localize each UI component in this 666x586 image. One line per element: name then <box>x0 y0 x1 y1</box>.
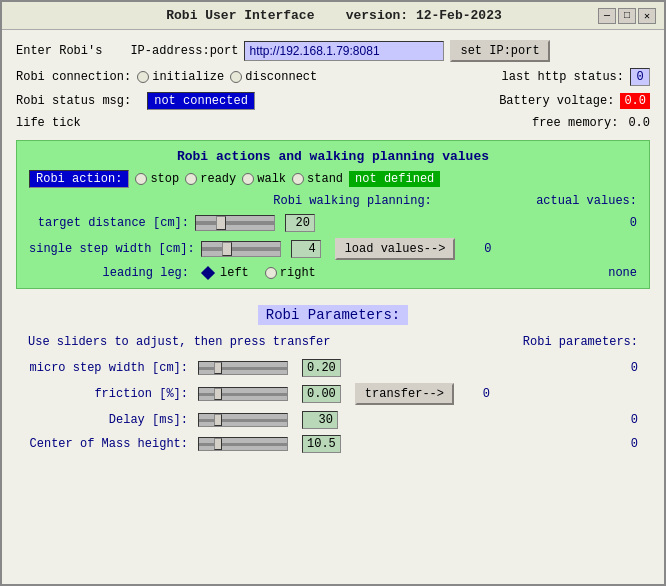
friction-actual: 0 <box>460 387 490 401</box>
delay-slider[interactable] <box>198 413 288 427</box>
com-row: Center of Mass height: 10.5 0 <box>28 435 638 453</box>
micro-step-label: micro step width [cm]: <box>28 361 188 375</box>
ready-radio[interactable]: ready <box>185 172 236 186</box>
main-content: Enter Robi's IP-address:port set IP:port… <box>2 30 664 584</box>
initialize-radio[interactable]: initialize <box>137 70 224 84</box>
battery-value: 0.0 <box>620 93 650 109</box>
com-value: 10.5 <box>302 435 341 453</box>
leading-leg-label: leading leg: <box>29 266 189 280</box>
delay-actual: 0 <box>608 413 638 427</box>
disconnect-radio[interactable]: disconnect <box>230 70 317 84</box>
step-width-label: single step width [cm]: <box>29 242 195 256</box>
target-dist-value: 20 <box>285 214 315 232</box>
micro-step-slider[interactable] <box>198 361 288 375</box>
target-dist-actual: 0 <box>607 216 637 230</box>
window-title: Robi User Interface version: 12-Feb-2023 <box>70 8 598 23</box>
set-ip-button[interactable]: set IP:port <box>450 40 549 62</box>
connection-row: Robi connection: initialize disconnect l… <box>16 68 650 86</box>
com-actual: 0 <box>608 437 638 451</box>
target-dist-label: target distance [cm]: <box>29 216 189 230</box>
battery-label: Battery voltage: <box>499 94 614 108</box>
micro-step-actual: 0 <box>608 361 638 375</box>
friction-slider[interactable] <box>198 387 288 401</box>
transfer-button[interactable]: transfer--> <box>355 383 454 405</box>
step-width-value: 4 <box>291 240 321 258</box>
robi-params-label: Robi parameters: <box>523 335 638 349</box>
friction-row: friction [%]: 0.00 transfer--> 0 <box>28 383 638 405</box>
robi-action-label: Robi action: <box>29 170 129 188</box>
delay-value: 30 <box>302 411 338 429</box>
target-distance-row: target distance [cm]: 20 0 <box>29 214 637 232</box>
params-title-container: Robi Parameters: <box>28 305 638 325</box>
stop-radio[interactable]: stop <box>135 172 179 186</box>
params-title: Robi Parameters: <box>258 305 408 325</box>
ip-input[interactable] <box>244 41 444 61</box>
not-defined-value: not defined <box>349 171 440 187</box>
planning-label: Robi walking planning: <box>175 194 530 208</box>
life-tick-label: life tick <box>16 116 81 130</box>
actions-section: Robi actions and walking planning values… <box>16 140 650 289</box>
ip-row: Enter Robi's IP-address:port set IP:port <box>16 40 650 62</box>
leading-leg-row: leading leg: left right none <box>29 266 637 280</box>
http-status-label: last http status: <box>502 70 624 84</box>
connection-label: Robi connection: <box>16 70 131 84</box>
delay-row: Delay [ms]: 30 0 <box>28 411 638 429</box>
minimize-button[interactable]: — <box>598 8 616 24</box>
left-radio[interactable]: left <box>203 266 249 280</box>
ip-label: Enter Robi's <box>16 44 102 58</box>
life-tick-row: life tick free memory: 0.0 <box>16 116 650 130</box>
main-window: Robi User Interface version: 12-Feb-2023… <box>0 0 666 586</box>
step-width-actual: 0 <box>461 242 491 256</box>
step-width-slider[interactable] <box>201 241 281 257</box>
status-label: Robi status msg: <box>16 94 131 108</box>
friction-value: 0.00 <box>302 385 341 403</box>
load-values-button[interactable]: load values--> <box>335 238 456 260</box>
params-header: Use sliders to adjust, then press transf… <box>28 335 638 349</box>
params-instruction: Use sliders to adjust, then press transf… <box>28 335 330 349</box>
actual-label: actual values: <box>536 194 637 208</box>
title-bar: Robi User Interface version: 12-Feb-2023… <box>2 2 664 30</box>
free-memory-label: free memory: <box>532 116 618 130</box>
friction-label: friction [%]: <box>28 387 188 401</box>
stand-radio[interactable]: stand <box>292 172 343 186</box>
micro-step-value: 0.20 <box>302 359 341 377</box>
leading-actual: none <box>607 266 637 280</box>
com-label: Center of Mass height: <box>28 437 188 451</box>
micro-step-row: micro step width [cm]: 0.20 0 <box>28 359 638 377</box>
http-status-value: 0 <box>630 68 650 86</box>
planning-header-row: Robi walking planning: actual values: <box>29 194 637 208</box>
maximize-button[interactable]: □ <box>618 8 636 24</box>
step-width-row: single step width [cm]: 4 load values-->… <box>29 238 637 260</box>
target-dist-slider[interactable] <box>195 215 275 231</box>
status-row: Robi status msg: not connected Battery v… <box>16 92 650 110</box>
window-controls: — □ ✕ <box>598 8 656 24</box>
close-button[interactable]: ✕ <box>638 8 656 24</box>
robi-action-row: Robi action: stop ready walk stand n <box>29 170 637 188</box>
walk-radio[interactable]: walk <box>242 172 286 186</box>
right-radio[interactable]: right <box>265 266 316 280</box>
params-section: Robi Parameters: Use sliders to adjust, … <box>16 299 650 459</box>
status-value: not connected <box>147 92 255 110</box>
ip-sublabel: IP-address:port <box>130 44 238 58</box>
actions-title: Robi actions and walking planning values <box>29 149 637 164</box>
delay-label: Delay [ms]: <box>28 413 188 427</box>
com-slider[interactable] <box>198 437 288 451</box>
free-memory-value: 0.0 <box>628 116 650 130</box>
